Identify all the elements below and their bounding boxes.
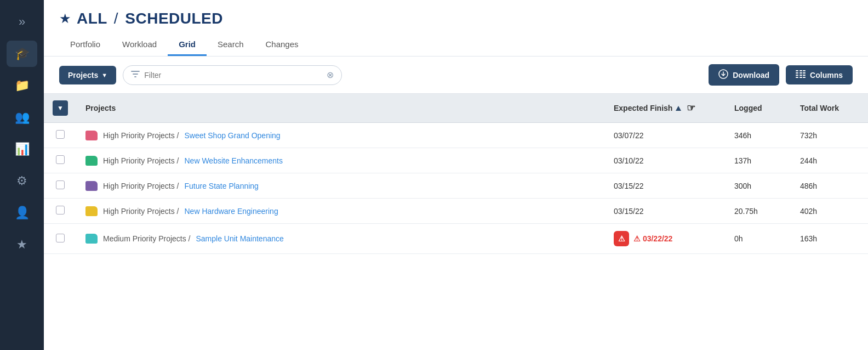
expected-finish-cell: 03/15/22	[605, 199, 726, 224]
logged-cell: 300h	[726, 173, 791, 199]
sidebar-item-collapse[interactable]: »	[7, 9, 37, 35]
svg-rect-6	[803, 72, 806, 74]
header: ★ ALL / SCHEDULED Portfolio Workload Gri…	[44, 0, 868, 57]
th-total-work-label: Total Work	[800, 104, 839, 112]
project-name-cell: High Priority Projects / Future State Pl…	[77, 173, 605, 199]
logged-value: 300h	[734, 182, 751, 190]
table-row: High Priority Projects / New Website Enh…	[44, 148, 868, 173]
projects-table-container: ▼ Projects Expected Finish ☞	[44, 93, 868, 350]
expected-finish-cell: 03/15/22	[605, 173, 726, 199]
sort-ascending-icon[interactable]	[676, 106, 681, 111]
total-work-value: 163h	[800, 234, 817, 243]
th-projects-label: Projects	[85, 104, 116, 112]
total-work-cell: 244h	[791, 148, 868, 173]
sidebar-item-files[interactable]: 📁	[7, 72, 37, 99]
breadcrumb-all: ALL	[77, 10, 107, 27]
columns-icon	[796, 70, 806, 80]
total-work-cell: 163h	[791, 224, 868, 254]
row-checkbox-cell	[44, 199, 77, 224]
page-title: ★ ALL / SCHEDULED	[59, 10, 853, 27]
project-name-cell: Medium Priority Projects / Sample Unit M…	[77, 224, 605, 254]
folder-color-icon	[85, 131, 98, 140]
logged-value: 137h	[734, 156, 751, 165]
tab-search[interactable]: Search	[207, 35, 255, 56]
expected-finish-value: ⚠ 03/22/22	[633, 234, 672, 243]
total-work-value: 244h	[800, 156, 817, 165]
toolbar: Projects ▼ ⊗ Download	[44, 57, 868, 93]
row-checkbox[interactable]	[56, 155, 65, 164]
sidebar-item-settings[interactable]: ⚙	[7, 168, 37, 194]
svg-rect-8	[800, 75, 802, 76]
th-logged-label: Logged	[734, 104, 762, 112]
graduation-cap-icon: 🎓	[15, 47, 30, 61]
project-link[interactable]: Sample Unit Maintenance	[196, 234, 283, 243]
tab-workload[interactable]: Workload	[111, 35, 168, 56]
row-checkbox-cell	[44, 173, 77, 199]
row-checkbox-cell	[44, 148, 77, 173]
person-icon: 👤	[15, 206, 30, 220]
project-name-cell: High Priority Projects / Sweet Shop Gran…	[77, 123, 605, 148]
columns-button[interactable]: Columns	[786, 65, 853, 84]
logged-value: 346h	[734, 131, 751, 140]
table-header-row: ▼ Projects Expected Finish ☞	[44, 94, 868, 123]
project-parent: High Priority Projects /	[103, 156, 179, 165]
download-button[interactable]: Download	[709, 64, 779, 86]
expected-finish-cell: ⚠ ⚠ 03/22/22	[605, 224, 726, 254]
sidebar-item-learning[interactable]: 🎓	[7, 41, 37, 67]
people-icon: 👥	[15, 110, 30, 125]
download-icon	[718, 69, 728, 81]
logged-cell: 0h	[726, 224, 791, 254]
sidebar: » 🎓 📁 👥 📊 ⚙ 👤 ★	[0, 0, 44, 350]
svg-rect-2	[800, 70, 802, 71]
filter-input[interactable]	[144, 71, 322, 80]
row-checkbox[interactable]	[56, 180, 65, 189]
logged-value: 20.75h	[734, 207, 758, 216]
project-link[interactable]: Sweet Shop Grand Opening	[184, 131, 280, 140]
row-checkbox[interactable]	[56, 206, 65, 214]
expected-finish-cell: 03/07/22	[605, 123, 726, 148]
row-checkbox[interactable]	[56, 234, 65, 242]
projects-button[interactable]: Projects ▼	[59, 66, 116, 84]
projects-button-label: Projects	[68, 71, 98, 80]
tab-changes[interactable]: Changes	[255, 35, 310, 56]
collapse-icon: »	[19, 15, 25, 29]
table-row: Medium Priority Projects / Sample Unit M…	[44, 224, 868, 254]
svg-rect-7	[796, 75, 798, 76]
tab-bar: Portfolio Workload Grid Search Changes	[59, 35, 853, 56]
cursor-pointer-icon: ☞	[687, 102, 695, 114]
sidebar-item-favorites[interactable]: ★	[7, 232, 37, 258]
filter-clear-icon[interactable]: ⊗	[327, 70, 334, 80]
expected-finish-value: 03/07/22	[614, 131, 644, 140]
total-work-cell: 402h	[791, 199, 868, 224]
project-link[interactable]: New Hardware Engineering	[184, 207, 278, 216]
gear-icon: ⚙	[16, 174, 27, 188]
sidebar-item-people[interactable]: 👥	[7, 104, 37, 131]
svg-rect-5	[800, 72, 802, 74]
table-row: High Priority Projects / Future State Pl…	[44, 173, 868, 199]
table-row: High Priority Projects / New Hardware En…	[44, 199, 868, 224]
main-content: ★ ALL / SCHEDULED Portfolio Workload Gri…	[44, 0, 868, 350]
th-expected-finish-label: Expected Finish	[614, 104, 672, 112]
folder-color-icon	[85, 181, 98, 191]
expected-finish-value: 03/15/22	[614, 207, 644, 216]
svg-rect-1	[796, 70, 798, 71]
project-link[interactable]: New Website Enhancements	[184, 156, 283, 165]
row-checkbox[interactable]	[56, 130, 65, 139]
sidebar-item-reports[interactable]: 📊	[7, 136, 37, 162]
folder-icon: 📁	[15, 78, 30, 93]
tab-portfolio[interactable]: Portfolio	[59, 35, 111, 56]
project-link[interactable]: Future State Planning	[184, 182, 258, 190]
projects-table: ▼ Projects Expected Finish ☞	[44, 94, 868, 254]
sidebar-item-profile[interactable]: 👤	[7, 200, 37, 226]
svg-rect-11	[800, 77, 802, 78]
expected-finish-value: 03/15/22	[614, 182, 644, 190]
favorite-star-icon[interactable]: ★	[59, 11, 71, 26]
th-projects: Projects	[77, 94, 605, 123]
tab-grid[interactable]: Grid	[168, 35, 207, 56]
project-parent: High Priority Projects /	[103, 182, 179, 190]
column-toggle-button[interactable]: ▼	[53, 100, 68, 116]
folder-color-icon	[85, 206, 98, 216]
svg-rect-3	[803, 70, 806, 71]
project-name-cell: High Priority Projects / New Hardware En…	[77, 199, 605, 224]
breadcrumb: ALL / SCHEDULED	[77, 10, 223, 27]
